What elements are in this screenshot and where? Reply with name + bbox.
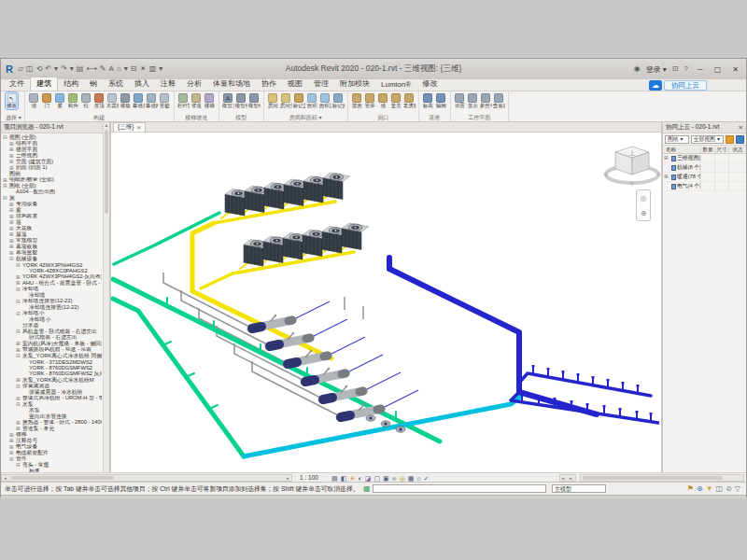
ribbon-button[interactable]: 楼梯 bbox=[204, 92, 216, 109]
ribbon-button[interactable]: 标高 bbox=[422, 92, 434, 109]
collapse-icon[interactable]: ⊟ bbox=[9, 456, 16, 463]
maximize-button[interactable]: ▢ bbox=[712, 65, 724, 74]
expand-icon[interactable]: ⊞ bbox=[664, 174, 670, 180]
scroll-left-icon[interactable]: ◂ bbox=[2, 475, 8, 481]
ribbon-button[interactable]: A模型文字 bbox=[222, 92, 234, 109]
ribbon-button[interactable]: 房间 bbox=[267, 92, 279, 109]
collapse-icon[interactable]: ⊟ bbox=[16, 329, 22, 335]
ribbon-button[interactable]: 屋顶 bbox=[93, 92, 106, 109]
sync-icon[interactable]: ⟲ bbox=[36, 64, 43, 74]
ribbon-button[interactable]: 模型组 bbox=[248, 92, 261, 109]
select-pinned-icon[interactable]: ⊘ bbox=[726, 483, 732, 494]
link-icon[interactable]: ⊕ bbox=[697, 483, 703, 494]
select-underlay-icon[interactable]: ◫ bbox=[716, 483, 724, 494]
ribbon-button[interactable]: 轴网 bbox=[435, 92, 447, 109]
save-icon[interactable]: ◫ bbox=[26, 64, 34, 74]
horizontal-scrollbar[interactable]: ◂ ▸ bbox=[1, 474, 292, 482]
collapse-icon[interactable]: ⊟ bbox=[16, 262, 22, 269]
type-filter-dropdown[interactable]: 图纸 ▾ bbox=[665, 135, 689, 144]
scroll-right-icon[interactable]: ◂ bbox=[567, 475, 573, 481]
collapse-icon[interactable]: ⊟ bbox=[16, 384, 22, 390]
default-3d-view-icon[interactable]: ⌂ bbox=[117, 64, 121, 74]
print-icon[interactable]: ▤ bbox=[77, 64, 84, 74]
ribbon-tab[interactable]: 钢 bbox=[84, 77, 103, 91]
expand-icon[interactable]: ⊞ bbox=[664, 155, 670, 161]
steering-wheel-icon[interactable]: ◎ bbox=[641, 194, 647, 203]
ribbon-button[interactable]: 竖梃 bbox=[159, 92, 171, 109]
collapse-icon[interactable]: ⊟ bbox=[16, 353, 22, 359]
cloud-panel-row[interactable]: 电气(4 个图纸) bbox=[663, 182, 746, 191]
collapse-icon[interactable]: ⊟ bbox=[16, 401, 22, 408]
scroll-right-icon[interactable]: ▸ bbox=[285, 475, 291, 481]
exchange-icon[interactable]: ◉ bbox=[634, 64, 641, 74]
scrollbar-thumb[interactable] bbox=[105, 130, 108, 214]
collapse-icon[interactable]: ⊟ bbox=[3, 183, 9, 189]
drag-on-selection-icon[interactable]: ▽ bbox=[735, 483, 740, 494]
ribbon-button[interactable]: 按面 bbox=[351, 92, 363, 109]
close-button[interactable]: ✕ bbox=[729, 65, 741, 74]
section-icon[interactable]: ⊟ bbox=[131, 64, 137, 74]
scrollbar-thumb[interactable] bbox=[11, 476, 114, 480]
ribbon-tab[interactable]: 分析 bbox=[181, 77, 207, 91]
collapse-icon[interactable]: ⊟ bbox=[3, 195, 9, 202]
cloud-panel-close-icon[interactable]: ✕ bbox=[739, 124, 743, 132]
3d-model-view[interactable] bbox=[111, 133, 659, 472]
upload-icon[interactable] bbox=[726, 135, 734, 144]
ribbon-tab[interactable]: 视图 bbox=[282, 77, 308, 91]
minimize-button[interactable]: ─ bbox=[694, 65, 706, 74]
ribbon-tab[interactable]: 结构 bbox=[58, 77, 84, 91]
cloud-panel-header[interactable]: 协同上云 - 020-1.rvt ✕ bbox=[663, 122, 746, 133]
ribbon-tab[interactable]: 修改 bbox=[416, 77, 443, 91]
ribbon-button[interactable]: 窗 bbox=[54, 92, 66, 109]
zoom-icon[interactable]: ⊕ bbox=[641, 209, 647, 217]
ribbon-button[interactable]: 竖井 bbox=[364, 92, 376, 109]
cloud-panel-row[interactable]: ⊞暖通(78 个图纸) bbox=[663, 173, 746, 182]
aligned-dimension-icon[interactable]: ✎ bbox=[100, 64, 106, 74]
ribbon-button[interactable]: 标记面积 bbox=[332, 92, 345, 109]
view-scale-button[interactable]: 1 : 100 bbox=[300, 474, 318, 481]
ribbon-button[interactable]: 柱 bbox=[80, 92, 92, 109]
collapse-icon[interactable]: ⊟ bbox=[3, 134, 9, 141]
editable-only-icon[interactable]: ⚑ bbox=[687, 483, 694, 494]
cloud-panel-row[interactable]: ⊞三维视图(3 个视图) bbox=[663, 154, 746, 163]
ribbon-button[interactable]: 查看器 bbox=[493, 92, 505, 109]
view-tab-3d[interactable]: {三维} ✕ bbox=[113, 122, 146, 132]
ribbon-button[interactable]: 设置 bbox=[454, 92, 466, 109]
ribbon-tab[interactable]: 建筑 bbox=[30, 77, 58, 91]
ribbon-button[interactable]: 墙 bbox=[28, 92, 40, 109]
ribbon-button[interactable]: 面积 bbox=[306, 92, 318, 109]
ribbon-button[interactable]: 墙 bbox=[377, 92, 389, 109]
scroll-corner[interactable]: ▸ ◂ bbox=[559, 474, 576, 482]
redo-dropdown-icon[interactable]: ▾ bbox=[70, 64, 74, 74]
ribbon-button[interactable]: 构件 bbox=[67, 92, 79, 109]
ribbon-button[interactable]: 老虎窗 bbox=[403, 92, 416, 109]
ribbon-tab[interactable]: 系统 bbox=[103, 77, 129, 91]
cloud-panel-row[interactable]: 机械(8 个图纸) bbox=[663, 163, 746, 173]
ribbon-button[interactable]: 标记房间 bbox=[293, 92, 305, 109]
ribbon-button[interactable]: 幕墙网格 bbox=[146, 92, 158, 109]
help-icon[interactable]: ? bbox=[684, 64, 688, 74]
collapse-icon[interactable]: ⊟ bbox=[16, 462, 22, 469]
ribbon-tab[interactable]: 注释 bbox=[155, 77, 181, 91]
project-browser-header[interactable]: 项目浏览器 - 020-1.rvt ✕ bbox=[1, 122, 109, 133]
text-icon[interactable]: A bbox=[109, 64, 114, 74]
thin-lines-icon[interactable]: ▥ bbox=[149, 64, 157, 74]
ribbon-tab[interactable]: 文件 bbox=[4, 77, 30, 91]
app-store-icon[interactable]: ⊡ bbox=[672, 64, 679, 74]
ribbon-tab[interactable]: 附加模块 bbox=[334, 77, 375, 91]
ribbon-button[interactable]: 坡道 bbox=[190, 92, 203, 109]
undo-icon[interactable]: ↶ bbox=[45, 64, 51, 74]
undo-dropdown-icon[interactable]: ▾ bbox=[54, 64, 58, 74]
ribbon-button[interactable]: 幕墙系统 bbox=[133, 92, 145, 109]
ribbon-button[interactable]: 面积边界 bbox=[319, 92, 331, 109]
sun-icon[interactable]: ☀ bbox=[139, 64, 146, 74]
scrollbar-thumb[interactable] bbox=[583, 476, 723, 480]
ribbon-tab[interactable]: 管理 bbox=[308, 77, 334, 91]
tree-item[interactable]: ⊟水泵_YORK离心式冷水机组 同侧出图 bbox=[1, 353, 102, 359]
filter-icon[interactable]: ▼ bbox=[706, 483, 713, 494]
drawing-area[interactable]: {三维} ✕ bbox=[111, 122, 661, 472]
refresh-icon[interactable] bbox=[736, 135, 744, 144]
ribbon-button[interactable]: ↖修改 bbox=[6, 92, 18, 109]
design-option-dropdown[interactable]: 主模型 bbox=[552, 484, 606, 493]
view-cube[interactable]: 上 bbox=[599, 141, 661, 188]
